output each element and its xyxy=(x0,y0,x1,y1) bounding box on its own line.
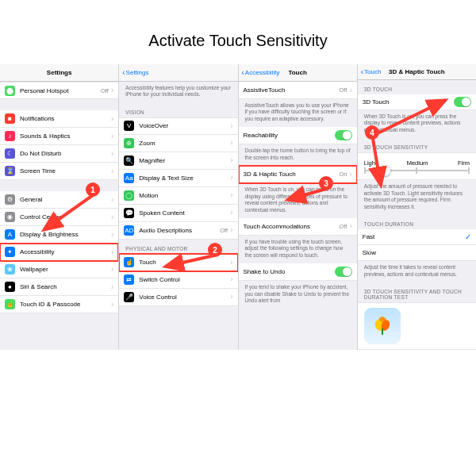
svg-line-8 xyxy=(373,139,381,186)
svg-line-4 xyxy=(44,195,93,230)
annotation-3: 3 xyxy=(319,176,333,190)
svg-line-7 xyxy=(378,100,446,133)
annotation-1: 1 xyxy=(86,182,100,197)
annotation-4: 4 xyxy=(365,125,379,140)
svg-line-6 xyxy=(287,189,326,200)
annotation-2: 2 xyxy=(208,243,222,257)
svg-line-5 xyxy=(165,255,214,267)
arrow-1 xyxy=(0,0,476,476)
